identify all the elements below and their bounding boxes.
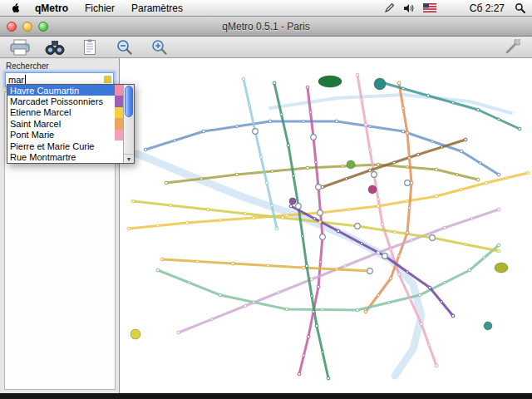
line-color-chip	[115, 118, 123, 129]
search-label: Rechercher	[6, 62, 49, 71]
suggestion-item[interactable]: Havre Caumartin	[7, 85, 123, 96]
volume-icon[interactable]	[403, 3, 415, 13]
suggestion-label: Pierre et Marie Curie	[7, 141, 115, 151]
us-flag-icon[interactable]	[423, 3, 436, 12]
pen-icon[interactable]	[384, 2, 395, 13]
suggestion-item[interactable]: Pont Marie	[7, 130, 123, 140]
window-title: qMetro 0.5.1 - Paris	[222, 21, 309, 32]
zoom-button[interactable]	[38, 22, 48, 32]
line-color-chip	[115, 96, 123, 106]
suggestion-label: Saint Marcel	[7, 119, 115, 129]
tools-icon[interactable]	[500, 38, 524, 57]
scrollbar-thumb[interactable]	[125, 86, 133, 117]
dropdown-scrollbar[interactable]: ▼	[123, 85, 134, 163]
search-input-text: mar	[8, 75, 24, 85]
menu-item-fichier[interactable]: Fichier	[76, 1, 123, 16]
menu-bar: qMetro Fichier Paramètres Сб 2:27	[0, 0, 532, 17]
print-icon[interactable]	[8, 38, 32, 57]
menu-item-qmetro[interactable]: qMetro	[27, 1, 76, 16]
desktop-edge	[0, 393, 532, 399]
suggestion-item[interactable]: Saint Marcel	[7, 118, 123, 129]
line-color-chip	[115, 85, 123, 96]
suggestion-item[interactable]: Etienne Marcel	[7, 107, 123, 118]
metro-map[interactable]	[121, 58, 532, 393]
line-color-chip	[104, 76, 111, 83]
metro-map-svg	[121, 58, 532, 393]
suggestion-item[interactable]: Pierre et Marie Curie	[7, 140, 123, 151]
zoom-out-icon[interactable]	[113, 38, 136, 57]
suggestion-item[interactable]: Rue Montmartre	[7, 151, 123, 162]
close-button[interactable]	[7, 22, 17, 32]
binoculars-icon[interactable]	[43, 38, 66, 57]
suggestion-label: Havre Caumartin	[7, 86, 115, 96]
suggestion-label: Etienne Marcel	[7, 107, 115, 117]
zoom-in-icon[interactable]	[148, 38, 171, 57]
suggestion-label: Rue Montmartre	[7, 152, 115, 162]
menu-item-parametres[interactable]: Paramètres	[123, 1, 191, 16]
minimize-button[interactable]	[22, 22, 32, 32]
toolbar	[0, 37, 532, 58]
apple-menu-icon[interactable]	[7, 2, 27, 14]
suggestion-label: Marcadet Poissonniers	[7, 96, 115, 106]
suggestion-item[interactable]: Marcadet Poissonniers	[7, 96, 123, 106]
menu-clock[interactable]: Сб 2:27	[445, 2, 506, 14]
suggestion-label: Pont Marie	[7, 130, 115, 140]
line-color-chip	[115, 107, 123, 118]
window-title-bar[interactable]: qMetro 0.5.1 - Paris	[0, 17, 532, 37]
line-color-chip	[115, 130, 123, 140]
text-caret	[25, 75, 26, 84]
line-color-chip	[115, 151, 123, 162]
search-suggestions-list: Havre CaumartinMarcadet PoissonniersEtie…	[7, 85, 123, 163]
line-color-chip	[115, 140, 123, 151]
document-icon[interactable]	[78, 38, 101, 57]
scroll-down-arrow-icon[interactable]: ▼	[124, 154, 134, 163]
search-suggestions-dropdown: Havre CaumartinMarcadet PoissonniersEtie…	[7, 84, 135, 164]
screen: qMetro Fichier Paramètres Сб 2:27	[0, 0, 532, 399]
spotlight-icon[interactable]	[515, 2, 525, 13]
